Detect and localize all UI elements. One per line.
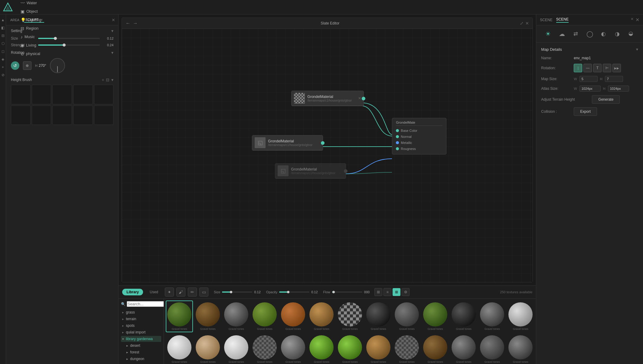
library-tab[interactable]: Library [122, 289, 143, 295]
scene-tab-scene-active[interactable]: SCENE [556, 17, 569, 23]
wand-tool-btn[interactable]: ✦ [165, 288, 174, 297]
grid-small-btn[interactable]: ⊞ [374, 288, 382, 296]
mat-item-5[interactable]: Gravel tones [308, 301, 335, 332]
mat-item-12[interactable]: Gravel tones [507, 301, 534, 332]
mat-item-15[interactable]: Gravel tones [223, 333, 250, 364]
slate-canvas[interactable]: GrondelMaterial /terrainmaps/c1/house/gn… [122, 29, 533, 282]
height-brush-folder-btn[interactable]: ⊟ [106, 77, 109, 82]
height-brush-expand-btn[interactable]: ▾ [111, 77, 113, 82]
mat-item-3[interactable]: Gravel tones [251, 301, 278, 332]
mat-item-10[interactable]: Gravel tones [450, 301, 477, 332]
sidebar-icon-7[interactable]: ⌖ [0, 64, 6, 70]
mat-item-21[interactable]: Gravel tones [393, 333, 420, 364]
mat-item-13[interactable]: Gravel tones [166, 333, 193, 364]
scene-wind-btn[interactable]: ⇄ [570, 28, 581, 39]
rot-icon-1[interactable]: | [574, 64, 582, 72]
sculpt-panel-close[interactable]: ✕ [112, 18, 115, 22]
setting-expand[interactable]: ▾ [111, 28, 113, 33]
rotation-expand[interactable]: ▾ [111, 50, 113, 55]
mat-item-22[interactable]: Gravel tones [422, 333, 449, 364]
sidebar-icon-4[interactable]: ⬡ [0, 41, 6, 47]
brush-cell-9[interactable] [73, 106, 93, 125]
size-slider-lib[interactable] [222, 291, 252, 293]
mat-item-1[interactable]: Gravel tones [194, 301, 221, 332]
cat-library-gardenwa[interactable]: ▾ library gardenwa [121, 336, 161, 342]
mat-item-4[interactable]: Gravel tones [279, 301, 307, 332]
mat-item-9[interactable]: Gravel tones [422, 301, 449, 332]
used-tab[interactable]: Used [145, 289, 162, 295]
nav-btn-living[interactable]: ◉Living [16, 41, 51, 50]
map-size-w-input[interactable] [579, 76, 598, 82]
brush-tool-btn[interactable]: 🖌 [176, 288, 185, 297]
lib-search-input[interactable] [127, 301, 164, 307]
rot-icon-4[interactable]: ⊢ [603, 64, 611, 72]
cat-forest[interactable]: ▸ forest [121, 349, 161, 355]
scene-sun-btn[interactable]: ☀ [543, 28, 553, 39]
slate-node-1[interactable]: GrondelMaterial /terrainmaps/c1/house/gn… [291, 91, 364, 106]
mat-item-16[interactable]: Gravel tones [251, 333, 278, 364]
sidebar-icon-1[interactable]: ▲ [0, 17, 6, 23]
brush-cell-7[interactable] [32, 106, 51, 125]
brush-cell-3[interactable] [52, 85, 72, 104]
nav-btn-water[interactable]: 〰Water [16, 0, 51, 7]
cat-tower[interactable]: ▸ tower [121, 362, 161, 364]
mat-item-2[interactable]: Gravel tones [223, 301, 250, 332]
pencil-tool-btn[interactable]: ✏ [188, 288, 197, 297]
brush-cell-5[interactable] [94, 85, 114, 104]
scene-contrast1-btn[interactable]: ◑ [598, 28, 609, 39]
brush-cell-10[interactable] [94, 106, 114, 125]
scene-tab-scene-inactive[interactable]: SCENE [540, 18, 552, 22]
nav-btn-object[interactable]: ▣Object [16, 7, 51, 16]
node1-close[interactable]: ✕ [358, 96, 361, 100]
mat-item-11[interactable]: Gravel tones [478, 301, 506, 332]
slate-expand-btn[interactable]: ⤢ [520, 21, 524, 26]
scene-cloud-btn[interactable]: ☁ [557, 28, 567, 39]
rotation-alt-btn[interactable]: ⊕ [23, 61, 31, 70]
slate-back-btn[interactable]: ← [126, 21, 130, 26]
flow-slider-lib[interactable] [332, 291, 362, 293]
mat-item-17[interactable]: Gravel tones [279, 333, 307, 364]
scene-close-btn[interactable]: ✕ [631, 17, 634, 23]
nav-btn-lighting[interactable]: 💡Lighting [16, 16, 51, 24]
grid-large-btn[interactable]: ⊞ [393, 288, 400, 296]
export-btn[interactable]: Export [574, 107, 597, 116]
brush-cell-8[interactable] [52, 106, 72, 125]
cat-dungeon[interactable]: ▸ dungeon [121, 356, 161, 362]
mat-item-14[interactable]: Gravel tones [194, 333, 221, 364]
mat-item-24[interactable]: Gravel tones [478, 333, 506, 364]
rot-icon-2[interactable]: — [583, 64, 592, 72]
cat-grass[interactable]: ▸ grass [121, 309, 161, 315]
opacity-slider-lib[interactable] [279, 291, 309, 293]
nav-btn-physical[interactable]: ⊘physical [16, 50, 51, 58]
cat-quiial[interactable]: ▸ quiial import [121, 329, 161, 335]
mat-item-6[interactable]: Gravel tones [336, 301, 364, 332]
scene-contrast3-btn[interactable]: ◑ [626, 28, 637, 39]
cat-terrain[interactable]: ▸ terrain [121, 316, 161, 322]
brush-cell-4[interactable] [73, 85, 93, 104]
mat-item-20[interactable]: Gravel tones [365, 333, 392, 364]
atlas-size-h-input[interactable] [608, 86, 629, 92]
mat-item-23[interactable]: Gravel tones [450, 333, 477, 364]
rot-icon-3[interactable]: T [593, 64, 602, 72]
height-brush-add-btn[interactable]: + [102, 77, 104, 82]
sidebar-icon-8[interactable]: ⊘ [0, 72, 6, 78]
rotation-reset-btn[interactable]: ↺ [11, 61, 19, 70]
mat-item-0[interactable]: Gravel tones [166, 301, 193, 332]
brush-cell-1[interactable] [11, 85, 31, 104]
scene-circle-btn[interactable]: ◯ [584, 28, 595, 39]
atlas-size-w-input[interactable] [579, 86, 601, 92]
layer-tool-btn[interactable]: ▭ [199, 288, 208, 297]
nav-btn-region[interactable]: ⊟Region [16, 24, 51, 33]
sidebar-icon-6[interactable]: ◈ [0, 56, 6, 62]
sidebar-icon-2[interactable]: ◧ [0, 25, 6, 31]
cat-spots[interactable]: ▸ spots [121, 323, 161, 329]
scene-contrast2-btn[interactable]: ◑ [612, 28, 623, 39]
nav-btn-music[interactable]: ♪Music [16, 33, 51, 41]
brush-cell-6[interactable] [11, 106, 31, 125]
rot-play-btn[interactable]: ▶▶ [612, 64, 621, 72]
map-details-expand[interactable]: ▾ [636, 47, 638, 52]
map-size-h-input[interactable] [605, 76, 623, 82]
sidebar-icon-5[interactable]: ◻ [0, 48, 6, 54]
slate-close-btn[interactable]: ✕ [525, 21, 529, 26]
generate-btn[interactable]: Generate [592, 95, 620, 104]
